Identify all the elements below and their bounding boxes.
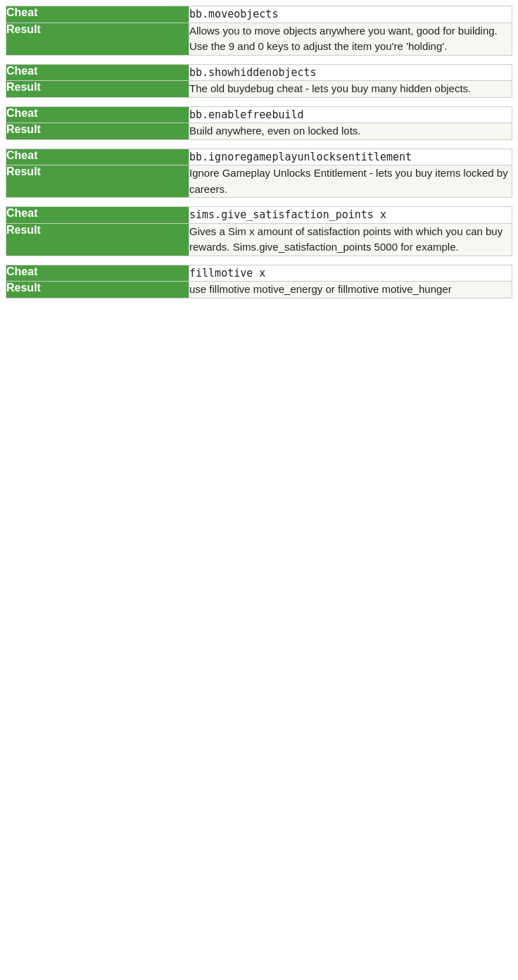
cheat-label-cell: Cheat (6, 6, 189, 23)
cheat-value-cell: bb.ignoregameplayunlocksentitlement (189, 149, 512, 165)
result-row: ResultBuild anywhere, even on locked lot… (6, 123, 512, 140)
result-label-cell: Result (6, 223, 189, 256)
result-value-cell: The old buydebug cheat - lets you buy ma… (189, 81, 512, 98)
result-label-text: Result (6, 81, 41, 93)
result-row: ResultGives a Sim x amount of satisfacti… (6, 223, 512, 256)
cheat-table-4: Cheatsims.give_satisfaction_points xResu… (6, 206, 512, 256)
cheat-label-text: Cheat (6, 6, 37, 18)
cheat-table-2: Cheatbb.enablefreebuildResultBuild anywh… (6, 106, 512, 140)
result-row: ResultThe old buydebug cheat - lets you … (6, 81, 512, 98)
result-value-cell: Allows you to move objects anywhere you … (189, 23, 512, 55)
cheat-label-cell: Cheat (6, 149, 189, 165)
cheat-tables-container: Cheatbb.moveobjectsResultAllows you to m… (0, 0, 518, 313)
cheat-label-text: Cheat (6, 207, 37, 219)
cheat-value-cell: bb.showhiddenobjects (189, 64, 512, 81)
cheat-label-text: Cheat (6, 65, 37, 77)
cheat-label-text: Cheat (6, 265, 37, 277)
cheat-row: Cheatbb.moveobjects (6, 6, 512, 23)
result-label-cell: Result (6, 165, 189, 198)
result-label-text: Result (6, 282, 41, 294)
result-value-cell: use fillmotive motive_energy or fillmoti… (189, 282, 512, 299)
cheat-label-cell: Cheat (6, 207, 189, 224)
result-label-text: Result (6, 23, 41, 35)
result-label-text: Result (6, 224, 41, 236)
cheat-row: Cheatbb.showhiddenobjects (6, 64, 512, 81)
cheat-table-1: Cheatbb.showhiddenobjectsResultThe old b… (6, 64, 512, 98)
result-row: ResultIgnore Gameplay Unlocks Entitlemen… (6, 165, 512, 198)
result-row: Resultuse fillmotive motive_energy or fi… (6, 282, 512, 299)
result-label-cell: Result (6, 81, 189, 98)
result-label-text: Result (6, 165, 41, 177)
result-value-cell: Gives a Sim x amount of satisfaction poi… (189, 223, 512, 256)
result-value-cell: Ignore Gameplay Unlocks Entitlement - le… (189, 165, 512, 198)
cheat-label-text: Cheat (6, 149, 37, 161)
cheat-table-3: Cheatbb.ignoregameplayunlocksentitlement… (6, 149, 512, 199)
result-row: ResultAllows you to move objects anywher… (6, 23, 512, 55)
result-label-cell: Result (6, 282, 189, 299)
cheat-label-cell: Cheat (6, 265, 189, 282)
cheat-value-cell: bb.moveobjects (189, 6, 512, 23)
cheat-value-cell: sims.give_satisfaction_points x (189, 207, 512, 224)
cheat-table-5: Cheatfillmotive xResultuse fillmotive mo… (6, 265, 512, 299)
result-label-text: Result (6, 123, 41, 135)
cheat-label-cell: Cheat (6, 106, 189, 123)
result-label-cell: Result (6, 123, 189, 140)
result-value-cell: Build anywhere, even on locked lots. (189, 123, 512, 140)
cheat-value-cell: fillmotive x (189, 265, 512, 282)
cheat-label-cell: Cheat (6, 64, 189, 81)
cheat-row: Cheatsims.give_satisfaction_points x (6, 207, 512, 224)
cheat-row: Cheatbb.enablefreebuild (6, 106, 512, 123)
cheat-label-text: Cheat (6, 107, 37, 119)
cheat-value-cell: bb.enablefreebuild (189, 106, 512, 123)
result-label-cell: Result (6, 23, 189, 55)
cheat-row: Cheatfillmotive x (6, 265, 512, 282)
cheat-row: Cheatbb.ignoregameplayunlocksentitlement (6, 149, 512, 165)
cheat-table-0: Cheatbb.moveobjectsResultAllows you to m… (6, 6, 512, 56)
